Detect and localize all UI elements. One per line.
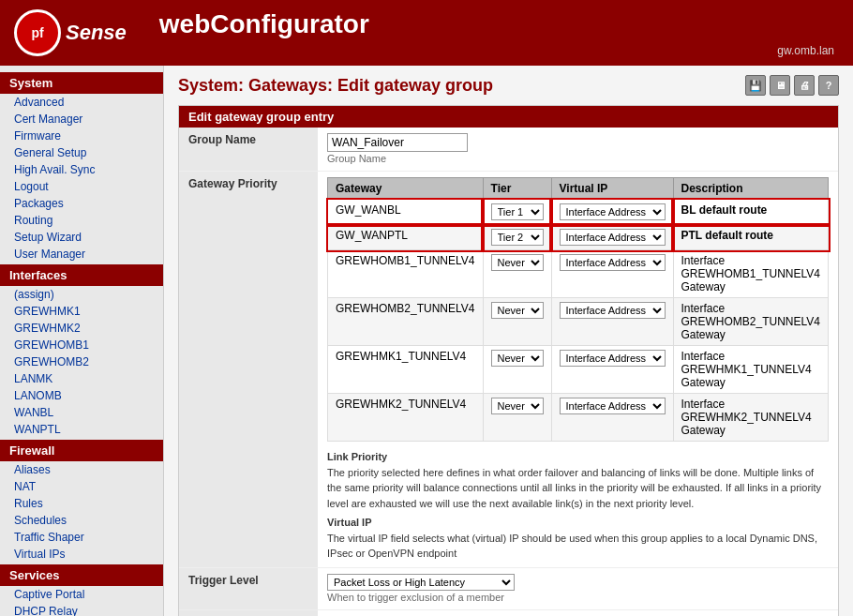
gateway-description-cell: Interface GREWHMK1_TUNNELV4 Gateway	[673, 346, 828, 394]
sidebar-item-lanmk[interactable]: LANMK	[0, 370, 163, 387]
sidebar-item-high-avail[interactable]: High Avail. Sync	[0, 161, 163, 178]
icon-print[interactable]: 🖨	[794, 75, 815, 96]
sidebar-item-firmware[interactable]: Firmware	[0, 128, 163, 144]
sidebar-item-lanomb[interactable]: LANOMB	[0, 387, 163, 404]
gateway-name-cell: GREWHMK2_TUNNELV4	[328, 394, 483, 442]
description-label: Description	[179, 609, 318, 616]
tier-select[interactable]: Tier 1Tier 2Tier 3Tier 4Tier 5Never	[491, 229, 544, 246]
sidebar-item-virtual-ips[interactable]: Virtual IPs	[0, 546, 163, 563]
sidebar-item-logout[interactable]: Logout	[0, 178, 163, 195]
gateway-description-cell: BL default route	[673, 200, 828, 225]
form-section-header: Edit gateway group entry	[179, 106, 838, 128]
sidebar-item-wanbl[interactable]: WANBL	[0, 404, 163, 421]
form-table: Group Name Group Name Gateway Priority	[179, 128, 838, 616]
tier-select[interactable]: Tier 1Tier 2Tier 3Tier 4Tier 5Never	[491, 203, 544, 220]
trigger-level-value-cell: Member DownPacket LossHigh LatencyPacket…	[318, 567, 838, 609]
gateway-row: GREWHOMB1_TUNNELV4Tier 1Tier 2Tier 3Tier…	[328, 250, 829, 298]
sidebar-item-assign[interactable]: (assign)	[0, 286, 163, 303]
group-name-sublabel: Group Name	[327, 153, 386, 164]
virtual-ip-select[interactable]: Interface AddressOther	[560, 302, 666, 319]
gateway-priority-row: Gateway Priority Gateway Tier Virtual IP…	[179, 172, 838, 568]
gateway-priority-label: Gateway Priority	[179, 172, 318, 568]
page-title-icons: 💾 🖥 🖨 ?	[745, 75, 839, 96]
gateway-description-cell: Interface GREWHMK2_TUNNELV4 Gateway	[673, 394, 828, 442]
sidebar-item-cert-manager[interactable]: Cert Manager	[0, 111, 163, 128]
gateway-vip-cell: Interface AddressOther	[551, 394, 673, 442]
sidebar-item-advanced[interactable]: Advanced	[0, 94, 163, 111]
sidebar-item-grewhmk1[interactable]: GREWHMK1	[0, 303, 163, 320]
group-name-label: Group Name	[179, 128, 318, 172]
header-hostname: gw.omb.lan	[159, 44, 834, 57]
gateway-description-cell: Interface GREWHOMB2_TUNNELV4 Gateway	[673, 298, 828, 346]
icon-save[interactable]: 💾	[745, 75, 766, 96]
sidebar-item-grewhomb1[interactable]: GREWHOMB1	[0, 337, 163, 353]
icon-monitor[interactable]: 🖥	[770, 75, 790, 96]
gateway-name-cell: GW_WANBL	[328, 200, 483, 225]
group-name-value-cell: Group Name	[318, 128, 838, 172]
sidebar-item-dhcp-relay[interactable]: DHCP Relay	[0, 603, 163, 616]
sidebar-system-section[interactable]: System	[0, 72, 163, 94]
sidebar-item-routing[interactable]: Routing	[0, 212, 163, 229]
col-gateway: Gateway	[328, 178, 483, 200]
col-virtual-ip: Virtual IP	[551, 178, 673, 200]
sidebar: System Advanced Cert Manager Firmware Ge…	[0, 66, 164, 616]
gateway-vip-cell: Interface AddressOther	[551, 346, 673, 394]
gateway-vip-cell: Interface AddressOther	[551, 225, 673, 250]
sidebar-item-wanptl[interactable]: WANPTL	[0, 421, 163, 438]
gateway-name-cell: GREWHOMB1_TUNNELV4	[328, 250, 483, 298]
gateway-tier-cell: Tier 1Tier 2Tier 3Tier 4Tier 5Never	[483, 298, 551, 346]
main-layout: System Advanced Cert Manager Firmware Ge…	[0, 66, 853, 616]
sidebar-item-general-setup[interactable]: General Setup	[0, 144, 163, 161]
gateway-description-cell: PTL default route	[673, 225, 828, 250]
sidebar-interfaces-section[interactable]: Interfaces	[0, 264, 163, 286]
sidebar-item-aliases[interactable]: Aliases	[0, 461, 163, 478]
sidebar-item-captive-portal[interactable]: Captive Portal	[0, 586, 163, 603]
gateway-table-header-row: Gateway Tier Virtual IP Description	[328, 178, 829, 200]
virtual-ip-select[interactable]: Interface AddressOther	[560, 229, 666, 246]
gateway-tier-cell: Tier 1Tier 2Tier 3Tier 4Tier 5Never	[483, 200, 551, 225]
sidebar-item-user-manager[interactable]: User Manager	[0, 246, 163, 263]
sidebar-item-grewhomb2[interactable]: GREWHOMB2	[0, 353, 163, 370]
sidebar-item-rules[interactable]: Rules	[0, 495, 163, 512]
gateway-row: GW_WANPTLTier 1Tier 2Tier 3Tier 4Tier 5N…	[328, 225, 829, 250]
gateway-tier-cell: Tier 1Tier 2Tier 3Tier 4Tier 5Never	[483, 346, 551, 394]
virtual-ip-select[interactable]: Interface AddressOther	[560, 350, 666, 367]
sidebar-item-grewhmk2[interactable]: GREWHMK2	[0, 320, 163, 337]
description-value-cell: You may enter a description here for you…	[318, 609, 838, 616]
tier-select[interactable]: Tier 1Tier 2Tier 3Tier 4Tier 5Never	[491, 302, 544, 319]
gateway-name-cell: GREWHMK1_TUNNELV4	[328, 346, 483, 394]
gateway-tier-cell: Tier 1Tier 2Tier 3Tier 4Tier 5Never	[483, 225, 551, 250]
sidebar-item-packages[interactable]: Packages	[0, 195, 163, 212]
tier-select[interactable]: Tier 1Tier 2Tier 3Tier 4Tier 5Never	[491, 350, 544, 367]
sidebar-item-traffic-shaper[interactable]: Traffic Shaper	[0, 529, 163, 546]
virtual-ip-select[interactable]: Interface AddressOther	[560, 203, 666, 220]
sidebar-item-nat[interactable]: NAT	[0, 478, 163, 495]
virtual-ip-select[interactable]: Interface AddressOther	[560, 398, 666, 414]
sidebar-item-schedules[interactable]: Schedules	[0, 512, 163, 529]
sidebar-item-setup-wizard[interactable]: Setup Wizard	[0, 229, 163, 246]
virtual-ip-text: The virtual IP field selects what (virtu…	[327, 533, 817, 560]
gateway-name-cell: GREWHOMB2_TUNNELV4	[328, 298, 483, 346]
sidebar-services-section[interactable]: Services	[0, 564, 163, 586]
icon-help[interactable]: ?	[818, 75, 839, 96]
gateway-row: GREWHMK2_TUNNELV4Tier 1Tier 2Tier 3Tier …	[328, 394, 829, 442]
gateway-name-cell: GW_WANPTL	[328, 225, 483, 250]
gateway-row: GW_WANBLTier 1Tier 2Tier 3Tier 4Tier 5Ne…	[328, 200, 829, 225]
gateway-row: GREWHOMB2_TUNNELV4Tier 1Tier 2Tier 3Tier…	[328, 298, 829, 346]
logo-text: Sense	[66, 21, 127, 45]
tier-select[interactable]: Tier 1Tier 2Tier 3Tier 4Tier 5Never	[491, 254, 544, 271]
header: pf Sense webConfigurator gw.omb.lan	[0, 0, 853, 66]
sidebar-firewall-section[interactable]: Firewall	[0, 440, 163, 461]
gateway-vip-cell: Interface AddressOther	[551, 200, 673, 225]
col-tier: Tier	[483, 178, 551, 200]
trigger-level-select[interactable]: Member DownPacket LossHigh LatencyPacket…	[327, 574, 515, 591]
tier-select[interactable]: Tier 1Tier 2Tier 3Tier 4Tier 5Never	[491, 398, 544, 414]
logo-icon: pf	[14, 9, 61, 56]
gateway-row: GREWHMK1_TUNNELV4Tier 1Tier 2Tier 3Tier …	[328, 346, 829, 394]
trigger-level-row: Trigger Level Member DownPacket LossHigh…	[179, 567, 838, 609]
group-name-input[interactable]	[327, 133, 468, 152]
header-title-area: webConfigurator gw.omb.lan	[141, 0, 853, 67]
trigger-level-label: Trigger Level	[179, 567, 318, 609]
gateway-tier-cell: Tier 1Tier 2Tier 3Tier 4Tier 5Never	[483, 250, 551, 298]
virtual-ip-select[interactable]: Interface AddressOther	[560, 254, 666, 271]
